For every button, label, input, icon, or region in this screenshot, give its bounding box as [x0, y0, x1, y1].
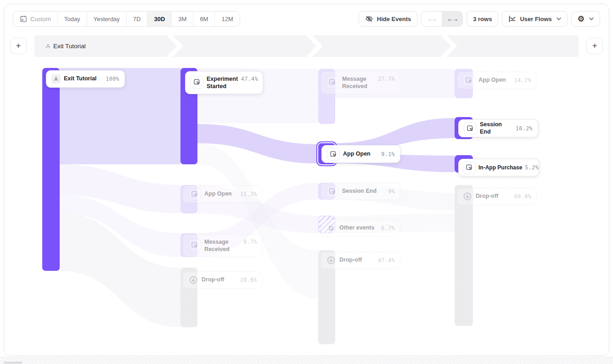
rows-label: 3 rows — [473, 16, 492, 22]
date-range-30d-label: 30D — [154, 16, 165, 22]
node-card-exit-tutorial[interactable]: A Exit Tutorial 100% — [46, 70, 125, 88]
date-range-group: Custom Today Yesterday 7D 30D 3M 6M 12M — [13, 11, 240, 27]
chart-type-label: User Flows — [520, 16, 551, 22]
event-click-icon — [326, 185, 339, 198]
hide-events-label: Hide Events — [377, 16, 411, 22]
toolbar: Custom Today Yesterday 7D 30D 3M 6M 12M … — [13, 11, 600, 27]
other-events-grid-icon — [326, 223, 336, 233]
event-click-icon — [464, 122, 477, 135]
hide-events-eye-icon — [365, 15, 373, 23]
step-header-band: A Exit Tutorial — [34, 35, 579, 57]
drop-off-arrow-icon — [326, 255, 336, 265]
date-range-3m[interactable]: 3M — [171, 11, 193, 26]
node-card-in-app-purchase-step4[interactable]: In-App Purchase 5.2% — [458, 159, 539, 176]
toolbar-right-cluster: Hide Events →← ←→ 3 rows User Flows ⚙ — [359, 11, 600, 27]
chevron-down-icon — [557, 17, 561, 20]
node-label: App Open — [343, 151, 371, 158]
node-card-message-received-step3[interactable]: Message Received 27.7% — [321, 71, 400, 94]
expand-arrows-button[interactable]: ←→ — [442, 11, 462, 26]
date-range-yesterday-label: Yesterday — [94, 16, 120, 22]
event-click-icon — [188, 188, 201, 201]
step-separator-chevrons — [34, 35, 579, 57]
hide-events-button[interactable]: Hide Events — [359, 11, 417, 27]
node-card-drop-off-step4[interactable]: Drop-off 69.8% — [457, 188, 537, 205]
node-label: Session End — [342, 188, 377, 195]
node-percent: 27.7% — [378, 76, 395, 82]
event-badge-a: A — [46, 43, 50, 50]
start-event-title: Exit Tutorial — [53, 43, 86, 50]
settings-button[interactable]: ⚙ — [571, 11, 600, 27]
node-label: App Open — [478, 77, 506, 84]
date-range-custom[interactable]: Custom — [13, 11, 57, 26]
node-percent: 9.1% — [381, 151, 395, 157]
node-card-other-events-step3[interactable]: Other events 6.7% — [321, 219, 400, 237]
node-percent: 10.2% — [516, 125, 533, 132]
node-label: Drop-off — [202, 276, 224, 284]
date-range-6m[interactable]: 6M — [193, 11, 214, 26]
node-card-app-open-step2[interactable]: App Open 15.3% — [183, 185, 263, 203]
drop-off-arrow-icon — [462, 191, 472, 202]
node-card-session-end-step4[interactable]: Session End 10.2% — [458, 119, 538, 137]
date-range-6m-label: 6M — [200, 16, 208, 22]
node-percent: 8.7% — [243, 239, 257, 245]
node-percent: 14.7% — [514, 77, 531, 84]
date-range-7d-label: 7D — [133, 16, 141, 22]
drop-off-arrow-icon — [188, 275, 198, 285]
node-percent: 5.2% — [525, 164, 539, 171]
settings-gear-icon: ⚙ — [578, 15, 585, 23]
arrows-outward-icon: ←→ — [447, 16, 458, 22]
node-percent: 69.8% — [514, 193, 531, 200]
date-range-12m[interactable]: 12M — [214, 11, 239, 26]
node-percent: 28.6% — [240, 277, 257, 283]
node-label: In-App Purchase — [478, 164, 522, 171]
date-range-today-label: Today — [64, 16, 80, 22]
node-card-app-open-step4[interactable]: App Open 14.7% — [457, 72, 537, 89]
node-bar-drop-off-step4[interactable] — [455, 185, 473, 326]
node-card-drop-off-step3[interactable]: Drop-off 47.4% — [321, 252, 400, 269]
user-flows-page: Custom Today Yesterday 7D 30D 3M 6M 12M … — [0, 0, 613, 364]
node-label: Drop-off — [339, 257, 362, 264]
node-card-drop-off-step2[interactable]: Drop-off 28.6% — [183, 271, 263, 289]
node-label: Experiment Started — [207, 76, 238, 90]
node-label: Other events — [339, 224, 374, 232]
node-card-experiment-started[interactable]: Experiment Started 47.4% — [185, 71, 263, 94]
plus-icon: + — [16, 41, 21, 51]
settings-chevron-down-icon — [589, 17, 594, 20]
event-click-icon — [462, 74, 475, 87]
plus-icon: + — [592, 41, 597, 51]
event-click-icon — [191, 76, 203, 89]
node-label: App Open — [204, 190, 232, 198]
event-badge-a: A — [51, 74, 61, 84]
node-label: Message Received — [342, 76, 375, 90]
node-percent: 100% — [106, 76, 119, 82]
event-click-icon — [463, 161, 476, 174]
chart-type-dropdown[interactable]: User Flows — [502, 11, 567, 27]
start-event-header[interactable]: A Exit Tutorial — [46, 35, 86, 57]
node-percent: 47.4% — [378, 257, 395, 263]
arrows-inward-icon: →← — [426, 16, 437, 22]
date-range-7d[interactable]: 7D — [126, 11, 147, 26]
node-percent: 6.7% — [381, 225, 395, 231]
calendar-icon — [20, 15, 27, 22]
date-range-30d[interactable]: 30D — [147, 11, 171, 26]
node-card-app-open-step3[interactable]: App Open 9.1% — [321, 145, 400, 163]
date-range-today[interactable]: Today — [57, 11, 87, 26]
date-range-custom-label: Custom — [30, 16, 51, 22]
node-label: Drop-off — [476, 193, 498, 200]
date-range-yesterday[interactable]: Yesterday — [87, 11, 126, 26]
collapse-arrows-button[interactable]: →← — [422, 11, 442, 26]
node-label: Session End — [480, 121, 512, 135]
node-percent: 15.3% — [240, 191, 257, 197]
event-click-icon — [188, 239, 201, 252]
node-percent: 47.4% — [241, 76, 258, 82]
add-step-right-button[interactable]: + — [586, 38, 603, 54]
direction-toggle-group: →← ←→ — [421, 11, 463, 27]
node-label: Message Received — [204, 239, 240, 253]
node-card-session-end-step3[interactable]: Session End 9% — [321, 183, 400, 200]
add-step-left-button[interactable]: + — [10, 38, 27, 54]
node-card-message-received-step2[interactable]: Message Received 8.7% — [183, 234, 263, 257]
node-bar-exit-tutorial[interactable] — [42, 68, 60, 271]
rows-button[interactable]: 3 rows — [467, 11, 498, 27]
user-flows-chart-icon — [508, 15, 516, 23]
horizontal-scrollbar-thumb[interactable] — [4, 362, 22, 364]
